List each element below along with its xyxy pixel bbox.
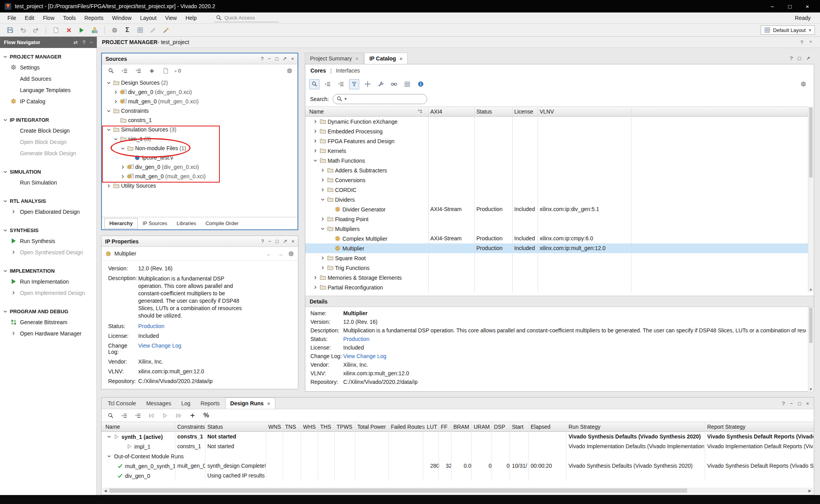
minimize-panel-icon[interactable]: − <box>268 56 271 62</box>
edit-icon[interactable] <box>148 25 158 35</box>
expander-icon[interactable] <box>105 435 113 439</box>
design-run-div-gen-0[interactable]: div_gen_0Using cached IP results <box>102 471 814 481</box>
column-header-uram[interactable]: URAM <box>474 424 490 430</box>
flow-item-run-simulation[interactable]: Run Simulation <box>0 177 96 188</box>
flow-section-header-project-manager[interactable]: PROJECT MANAGER <box>0 52 96 62</box>
scroll-down-icon[interactable]: ▼ <box>808 288 813 292</box>
chevron-down-icon[interactable] <box>3 55 7 59</box>
source-constraints[interactable]: Constraints <box>102 106 297 115</box>
source-design-sources[interactable]: Design Sources (2) <box>102 78 297 87</box>
close-panel-icon[interactable]: × <box>806 401 809 406</box>
expander-icon[interactable] <box>105 81 112 85</box>
catalog-memories-storage-elements[interactable]: Memories & Storage Elements <box>305 273 808 282</box>
horizontal-scrollbar[interactable]: ◀ ▶ <box>102 488 813 493</box>
filter-tree-icon[interactable] <box>349 79 359 89</box>
column-header-status[interactable]: Status <box>476 108 492 115</box>
settings-gear-icon[interactable] <box>288 251 294 257</box>
report-icon[interactable] <box>51 25 61 35</box>
source-div-gen-0[interactable]: div_gen_0 (div_gen_0.xci) <box>102 87 297 97</box>
flow-section-header-ip-integrator[interactable]: IP INTEGRATOR <box>0 115 96 125</box>
column-header-tns[interactable]: TNS <box>285 424 296 430</box>
tab-project-summary[interactable]: Project Summary× <box>305 53 364 64</box>
column-header-bram[interactable]: BRAM <box>453 424 469 430</box>
column-header-start[interactable]: Start <box>512 424 524 430</box>
help-icon[interactable]: ? <box>261 238 264 244</box>
file-icon[interactable] <box>160 66 171 76</box>
expander-icon[interactable] <box>105 184 112 188</box>
maximize-panel-icon[interactable]: □ <box>798 401 801 406</box>
save-icon[interactable] <box>5 25 15 35</box>
flow-item-create-block-design[interactable]: Create Block Design <box>0 125 96 136</box>
expander-icon[interactable] <box>112 99 119 104</box>
column-header-elapsed[interactable]: Elapsed <box>531 424 551 430</box>
search-icon[interactable] <box>105 410 116 421</box>
catalog-embedded-processing[interactable]: Embedded Processing <box>305 126 808 136</box>
collapse-all-icon[interactable] <box>119 66 130 76</box>
collapse-all-icon[interactable] <box>119 410 129 421</box>
menu-flow[interactable]: Flow <box>39 13 59 23</box>
expander-icon[interactable] <box>319 168 326 172</box>
catalog-kernels[interactable]: Kernels <box>305 146 808 156</box>
close-panel-icon[interactable]: × <box>291 56 294 62</box>
source-simulation-sources[interactable]: Simulation Sources (3) <box>102 125 297 134</box>
flow-item-ip-catalog[interactable]: IP Catalog <box>0 96 96 107</box>
menu-file[interactable]: File <box>3 13 21 23</box>
expander-icon[interactable] <box>105 128 112 132</box>
menu-window[interactable]: Window <box>108 13 136 23</box>
menu-help[interactable]: Help <box>181 13 201 23</box>
column-header-tpws[interactable]: TPWS <box>337 424 352 430</box>
minimize-panel-icon[interactable]: − <box>268 238 271 244</box>
add-sources-icon[interactable] <box>147 66 157 76</box>
expander-icon[interactable] <box>119 174 127 179</box>
source-non-module-files[interactable]: Non-module Files (1) <box>102 144 297 153</box>
detail-status-value[interactable]: Production <box>343 336 369 342</box>
collapse-all-icon[interactable] <box>323 79 333 89</box>
settings-gear-icon[interactable] <box>798 79 808 89</box>
catalog-fpga-features-and-design[interactable]: FPGA Features and Design <box>305 136 808 146</box>
catalog-subtab-interfaces[interactable]: Interfaces <box>336 67 360 74</box>
column-header-dsp[interactable]: DSP <box>494 424 505 430</box>
close-tab-icon[interactable]: × <box>355 56 358 62</box>
delete-icon[interactable] <box>64 25 74 35</box>
expander-icon[interactable] <box>312 158 319 163</box>
close-panel-icon[interactable]: × <box>291 238 294 244</box>
flow-item-generate-bitstream[interactable]: Generate Bitstream <box>0 316 96 328</box>
design-run-out-of-context-module-runs[interactable]: Out-of-Context Module Runs <box>102 451 814 461</box>
column-header-whs[interactable]: WHS <box>303 424 316 430</box>
settings-gear-icon[interactable] <box>109 25 119 35</box>
catalog-math-functions[interactable]: Math Functions <box>305 156 808 165</box>
flow-item-settings[interactable]: Settings <box>0 62 96 73</box>
flow-section-header-program-and-debug[interactable]: PROGRAM AND DEBUG <box>0 307 96 316</box>
expander-icon[interactable] <box>312 129 319 133</box>
scrollbar-track[interactable] <box>109 488 807 493</box>
source-sim-1[interactable]: sim_1 (3) <box>102 134 297 144</box>
tab-log[interactable]: Log <box>176 398 195 409</box>
percent-icon[interactable]: % <box>201 410 211 421</box>
chevron-down-icon[interactable] <box>3 118 7 122</box>
chevron-down-icon[interactable] <box>3 170 7 174</box>
sources-tab-compile-order[interactable]: Compile Order <box>201 218 243 228</box>
minimize-panel-icon[interactable]: − <box>790 401 793 406</box>
help-icon[interactable]: ? <box>800 39 803 45</box>
undo-icon[interactable] <box>18 25 28 35</box>
expander-icon[interactable] <box>319 266 326 270</box>
catalog-search-input[interactable]: ▾ <box>333 94 427 104</box>
column-header-total-power[interactable]: Total Power <box>357 424 386 430</box>
step-runs-icon[interactable] <box>174 410 184 421</box>
tab-messages[interactable]: Messages <box>141 398 176 409</box>
design-run-mult-gen-0-synth-1[interactable]: mult_gen_0_synth_1mult_gen_0synth_design… <box>102 461 814 471</box>
menu-view[interactable]: View <box>161 13 181 23</box>
messages-filter[interactable]: ● 0 <box>174 66 181 76</box>
expand-all-icon[interactable] <box>336 79 346 89</box>
minimize-panel-icon[interactable]: − <box>90 39 93 45</box>
expander-icon[interactable] <box>105 454 113 458</box>
float-panel-icon[interactable]: ↗ <box>283 238 287 244</box>
column-header-ff[interactable]: FF <box>441 424 447 430</box>
catalog-adders-subtracters[interactable]: Adders & Subtracters <box>305 165 808 175</box>
source-div-gen-0[interactable]: div_gen_0 (div_gen_0.xci) <box>102 162 297 172</box>
expand-all-icon[interactable] <box>133 66 143 76</box>
tab-reports[interactable]: Reports <box>196 398 225 409</box>
expand-all-icon[interactable] <box>133 410 143 421</box>
tab-tcl-console[interactable]: Tcl Console <box>103 398 141 409</box>
catalog-conversions[interactable]: Conversions <box>305 175 808 185</box>
